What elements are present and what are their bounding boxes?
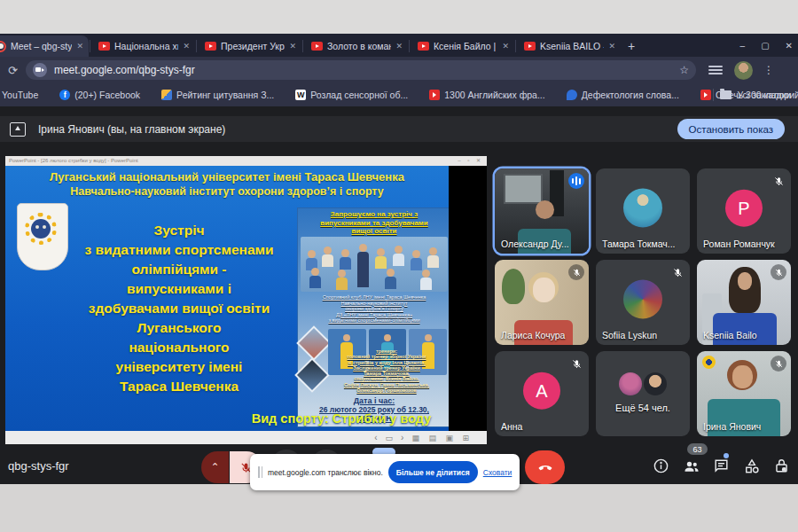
chat-icon[interactable] xyxy=(712,457,731,475)
tab-close-icon[interactable]: ✕ xyxy=(608,42,615,51)
extension-icon[interactable] xyxy=(708,64,723,76)
activities-icon[interactable] xyxy=(742,457,761,475)
all-bookmarks-label: Усі закладки xyxy=(738,90,791,100)
tab-close-icon[interactable]: ✕ xyxy=(502,42,509,51)
url-bar[interactable]: meet.google.com/qbg-stys-fgr ☆ xyxy=(26,60,696,80)
site-info-icon[interactable] xyxy=(33,63,47,77)
all-bookmarks[interactable]: Усі закладки xyxy=(713,83,791,106)
speaking-indicator-icon xyxy=(568,173,584,189)
participant-name: Роман Романчук xyxy=(703,239,775,249)
stop-presenting-button[interactable]: Остановить показ xyxy=(677,119,785,139)
sharing-notification-popup: meet.google.com транслює вікно. Більше н… xyxy=(250,454,520,490)
tile-iryna[interactable]: Ірина Янович xyxy=(697,351,791,436)
tile-roman[interactable]: P Роман Романчук xyxy=(697,168,791,254)
close-button[interactable]: ✕ xyxy=(786,41,793,51)
presenting-banner: Ірина Янович (вы, на главном экране) Ост… xyxy=(0,116,798,142)
event-poster: Запрошуємо на зустріч з випускниками та … xyxy=(298,208,449,426)
person-head xyxy=(738,272,752,290)
reload-icon[interactable]: ⟳ xyxy=(8,64,18,77)
drag-handle-icon[interactable] xyxy=(258,466,262,478)
profile-avatar[interactable] xyxy=(734,61,753,80)
bookmark-label: Дефектология слова... xyxy=(582,90,679,100)
bookmark-citation[interactable]: Рейтинг цитування З... xyxy=(161,90,274,100)
stop-sharing-button[interactable]: Більше не ділитися xyxy=(388,461,478,483)
slide-menu-icon[interactable]: ▭ xyxy=(386,434,394,442)
bookmark-label: 1300 Английских фра... xyxy=(444,90,544,100)
bookmark-youtube-phrases[interactable]: 1300 Английских фра... xyxy=(429,90,544,100)
tile-sofiia[interactable]: Sofiia Lyskun xyxy=(596,260,690,345)
folder-icon xyxy=(720,90,732,99)
desktop-bottom-strip xyxy=(0,484,798,532)
present-screen-icon xyxy=(10,122,26,137)
url-text[interactable]: meet.google.com/qbg-stys-fgr xyxy=(54,64,672,76)
tab-label: Kseniia BAILO - Sofiia L xyxy=(540,41,604,51)
tab-youtube-4[interactable]: Ксенія Байло | membки ✕ xyxy=(411,35,514,57)
participant-name: Анна xyxy=(501,421,522,432)
bookmark-wiki[interactable]: W Розлад сенсорної об... xyxy=(295,90,408,100)
meet-bottom-bar: qbg-stys-fgr ⌃ meet.google.com транслює … xyxy=(0,448,798,484)
overflow-avatar xyxy=(644,372,667,395)
tile-overflow[interactable]: Ещё 54 чел. xyxy=(596,351,690,436)
youtube-favicon-icon xyxy=(429,90,440,100)
shared-presentation-window: PowerPoint - [26 лютого стрибки у воду] … xyxy=(5,156,487,444)
bookmark-star-icon[interactable]: ☆ xyxy=(679,64,689,76)
facebook-icon: f xyxy=(59,90,70,100)
profile-photo-avatar xyxy=(623,188,662,227)
tab-youtube-5[interactable]: Kseniia BAILO - Sofiia L ✕ xyxy=(517,35,621,57)
mic-muted-icon xyxy=(568,356,584,372)
youtube-favicon-icon xyxy=(311,42,323,51)
mic-muted-icon xyxy=(669,264,685,280)
bookmark-label: YouTube xyxy=(2,90,38,100)
tab-youtube-3[interactable]: Золото в командних з ✕ xyxy=(304,35,408,57)
tile-oleksandr[interactable]: Олександр Ду... xyxy=(495,168,589,254)
tab-close-icon[interactable]: ✕ xyxy=(76,42,83,51)
tab-label: Президент України Во xyxy=(221,41,285,51)
tile-larysa[interactable]: Лариса Кочура xyxy=(495,260,589,345)
window-in-video xyxy=(504,174,543,204)
participants-icon[interactable] xyxy=(682,457,700,475)
next-slide-button[interactable]: › xyxy=(401,433,403,442)
tile-anna[interactable]: A Анна xyxy=(495,351,589,436)
tab-close-icon[interactable]: ✕ xyxy=(395,42,403,51)
tab-separator xyxy=(302,40,303,52)
mic-options-chevron-button[interactable]: ⌃ xyxy=(201,451,229,483)
site-favicon-icon xyxy=(567,90,577,100)
tile-tamara[interactable]: Тамара Токмач... xyxy=(596,168,690,254)
hide-popup-link[interactable]: Сховати xyxy=(483,468,512,477)
participant-name: Олександр Ду... xyxy=(501,239,569,249)
divider xyxy=(713,89,714,101)
bookmarks-bar: YouTube f (20+) Facebook Рейтинг цитуван… xyxy=(0,83,798,106)
screen: Meet – qbg-stys-fgr ✕ Національна хвилин… xyxy=(0,0,798,532)
tab-label: Meet – qbg-stys-fgr xyxy=(11,41,72,51)
meet-app: Ірина Янович (вы, на главном экране) Ост… xyxy=(0,106,798,484)
maximize-button[interactable]: ▢ xyxy=(761,41,769,51)
presenting-banner-text: Ірина Янович (вы, на главном экране) xyxy=(38,123,225,136)
view-mode-icons[interactable]: ▦ ▤ ▣ ⊞ xyxy=(411,434,473,442)
mic-muted-icon xyxy=(771,173,786,189)
tab-youtube-2[interactable]: Президент України Во ✕ xyxy=(198,35,301,57)
prev-slide-button[interactable]: ‹ xyxy=(374,433,377,442)
browser-menu-icon[interactable]: ⋮ xyxy=(763,64,774,76)
bookmark-facebook[interactable]: f (20+) Facebook xyxy=(59,90,140,100)
poster-photo-diamond xyxy=(297,360,327,390)
profile-photo-avatar xyxy=(623,279,662,318)
tab-close-icon[interactable]: ✕ xyxy=(183,42,190,51)
new-tab-button[interactable]: + xyxy=(628,39,635,53)
tab-close-icon[interactable]: ✕ xyxy=(289,42,296,51)
browser-tab-strip: Meet – qbg-stys-fgr ✕ Національна хвилин… xyxy=(0,34,798,57)
poster-organizers-text: Спортивний клуб ЛНУ імені Тараса Шевченк… xyxy=(301,294,447,324)
minimize-button[interactable]: – xyxy=(740,41,746,51)
tab-youtube-1[interactable]: Національна хвилина ✕ xyxy=(91,35,195,57)
tile-kseniia[interactable]: Kseniia Bailo xyxy=(697,260,791,345)
bookmark-youtube[interactable]: YouTube xyxy=(2,90,38,100)
letter-avatar: A xyxy=(523,372,560,410)
meeting-details-icon[interactable] xyxy=(652,457,670,475)
team-photo xyxy=(301,237,448,292)
tab-meet[interactable]: Meet – qbg-stys-fgr ✕ xyxy=(0,35,89,57)
bookmark-defectology[interactable]: Дефектология слова... xyxy=(567,90,679,100)
mic-muted-icon xyxy=(771,264,786,280)
university-logo-badge xyxy=(702,356,716,369)
host-controls-icon[interactable] xyxy=(772,457,791,475)
leave-call-button[interactable] xyxy=(525,450,565,484)
powerpoint-window-controls: – ▫ ✕ xyxy=(458,156,483,166)
